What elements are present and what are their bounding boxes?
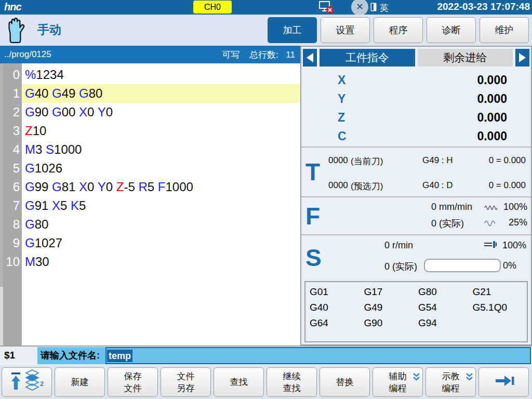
program-body: 0%12341G40 G49 G802G90 G00 X0 Y03Z104M3 … [0, 63, 300, 345]
softkey-label: 示教 [442, 370, 460, 382]
save-file-button[interactable]: 保存文件 [108, 367, 158, 397]
clock: 2022-03-23 17:07:48 [437, 1, 530, 12]
program-line[interactable]: 9G1027 [0, 234, 300, 252]
program-line[interactable]: 3Z10 [0, 122, 300, 140]
prev-view-button[interactable] [303, 49, 317, 66]
spindle-actual-row: 0 (实际) 0% [301, 260, 531, 273]
line-code: M30 [22, 252, 300, 271]
softkey-label: 查找 [230, 376, 248, 388]
program-line[interactable]: 7G91 X5 K5 [0, 196, 300, 215]
tab-diagnosis[interactable]: 诊断 [427, 17, 476, 43]
gcode-cell: G90 [364, 317, 419, 333]
axis-value: 0.000 [477, 71, 507, 89]
line-code: G90 G00 X0 Y0 [22, 103, 300, 122]
line-number: 7 [0, 196, 20, 215]
new-file-button[interactable]: 新建 [55, 367, 105, 397]
network-error-icon [319, 1, 335, 16]
program-line[interactable]: 4M3 S1000 [0, 140, 300, 159]
manual-book-icon [370, 3, 377, 14]
gcode-cell: G5.1Q0 [473, 302, 527, 317]
return-layer-button[interactable]: 2 [2, 367, 52, 397]
line-code: G91 X5 K5 [22, 196, 300, 215]
find-next-button[interactable]: 继续查找 [267, 367, 317, 397]
spindle-load-percent: 0% [503, 260, 516, 271]
softkey-label: 编程 [389, 382, 407, 394]
filename-prompt-label: 请输入文件名: [41, 347, 100, 364]
feed-command-row: 0 mm/min 100% [301, 202, 531, 214]
filename-input[interactable]: temp [105, 347, 531, 364]
tab-machining[interactable]: 加工 [268, 17, 317, 43]
tab-workpiece-command[interactable]: 工件指令 [320, 49, 415, 66]
status-panel: 工件指令 剩余进给 X 0.000 Y 0.000 Z 0.000 C [300, 46, 532, 345]
program-line[interactable]: 10M30 [0, 252, 300, 271]
next-view-button[interactable] [515, 49, 529, 66]
filename-prompt-area: 请输入文件名: temp [37, 347, 531, 364]
axis-row: C 0.000 [301, 127, 531, 145]
axis-name: X [338, 71, 345, 89]
jog-override-icon [484, 219, 499, 230]
d-compensation-code: G40 : D [422, 180, 453, 191]
preselected-tool-number: 0000 [328, 180, 348, 191]
softkey-label: 辅助 [389, 370, 407, 382]
preselected-tool-row: 0000 (预选刀) G40 : D 0 = 0.000 [301, 180, 531, 192]
teach-programming-button[interactable]: 示教编程 [425, 367, 476, 397]
gcode-cell: G94 [418, 317, 473, 333]
spindle-section: S 0 r/min 100% 0 (实际) 0% [301, 234, 531, 280]
feed-actual-row: 0 (实际) 25% [301, 217, 531, 230]
program-line[interactable]: 8G80 [0, 215, 300, 234]
tab-settings[interactable]: 设置 [321, 17, 370, 43]
next-menu-button[interactable] [478, 367, 529, 397]
current-tool-row: 0000 (当前刀) G49 : H 0 = 0.000 [301, 155, 531, 167]
mode-label: 手动 [37, 15, 61, 45]
tool-section: T 0000 (当前刀) G49 : H 0 = 0.000 0000 (预选刀… [301, 147, 531, 196]
line-code: G1026 [22, 159, 300, 178]
chevron-down-icon [413, 373, 420, 384]
gcode-cell: G17 [364, 286, 419, 302]
aux-programming-button[interactable]: 辅助编程 [373, 367, 423, 397]
h-compensation-code: G49 : H [422, 155, 453, 166]
writable-status: 可写 [222, 50, 240, 60]
close-session-icon[interactable]: ✕ [351, 0, 368, 16]
program-line[interactable]: 2G90 G00 X0 Y0 [0, 103, 300, 122]
softkey-label: 另存 [177, 382, 195, 394]
axis-row: X 0.000 [301, 71, 531, 89]
main-tabs: 加工 设置 程序 诊断 维护 [268, 17, 529, 43]
line-number: 0 [0, 65, 20, 84]
language-indicator[interactable]: 英 [380, 2, 389, 14]
program-header: ../prog/0125 可写 总行数: 11 [0, 46, 300, 63]
gcode-cell [473, 317, 527, 333]
spindle-command-row: 0 r/min 100% [301, 240, 531, 252]
line-number: 8 [0, 215, 20, 234]
replace-button[interactable]: 替换 [320, 367, 370, 397]
tab-remaining-feed[interactable]: 剩余进给 [418, 49, 513, 66]
save-as-button[interactable]: 文件另存 [161, 367, 211, 397]
feed-command-value: 0 mm/min [431, 202, 472, 212]
total-lines-count: 11 [286, 50, 295, 60]
axis-name: C [338, 127, 347, 145]
feed-section: F 0 mm/min 100% 0 (实际) 25% [301, 196, 531, 234]
softkey-label: 查找 [283, 382, 301, 394]
filename-input-value: temp [107, 350, 132, 362]
spindle-override-icon [483, 240, 499, 251]
axis-value: 0.000 [477, 89, 507, 108]
program-line[interactable]: 1G40 G49 G80 [0, 84, 300, 103]
modal-gcode-table: G01G17G80G21G40G49G54G5.1Q0G64G90G94 [304, 281, 528, 342]
spindle-override-percent: 100% [502, 240, 526, 251]
total-lines-label: 总行数: [249, 50, 278, 60]
tab-program[interactable]: 程序 [374, 17, 423, 43]
status-tabs: 工件指令 剩余进给 [301, 47, 531, 66]
tab-maintenance[interactable]: 维护 [480, 17, 529, 43]
program-lines: 0%12341G40 G49 G802G90 G00 X0 Y03Z104M3 … [0, 65, 300, 271]
program-line[interactable]: 6G99 G81 X0 Y0 Z-5 R5 F1000 [0, 178, 300, 196]
hnc-logo: hnc [4, 1, 21, 13]
axis-name: Y [338, 89, 345, 108]
softkey-label: 文件 [177, 370, 195, 382]
line-code: G1027 [22, 234, 300, 252]
layers-icon: 2 [25, 369, 44, 396]
hnc-controller-screen: hnc CH0 ✕ 英 2022-03-23 17:07:48 手动 加工 设置… [0, 0, 532, 399]
line-code: G80 [22, 215, 300, 234]
preselected-tool-tag: (预选刀) [351, 180, 383, 192]
program-line[interactable]: 0%1234 [0, 65, 300, 84]
find-button[interactable]: 查找 [214, 367, 264, 397]
program-line[interactable]: 5G1026 [0, 159, 300, 178]
